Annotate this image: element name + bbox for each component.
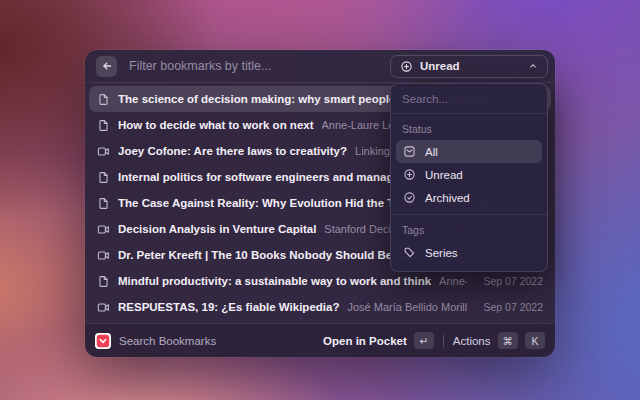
panel-search-input[interactable] bbox=[391, 84, 547, 114]
filter-option[interactable]: Archived bbox=[396, 186, 542, 209]
inbox-icon bbox=[403, 145, 416, 158]
circle-plus-icon bbox=[400, 60, 413, 73]
filter-option[interactable]: All bbox=[396, 140, 542, 163]
filter-option[interactable]: Series bbox=[396, 241, 542, 264]
extension-name: Search Bookmarks bbox=[119, 335, 216, 347]
launcher-window: Unread The science of decision making: w… bbox=[85, 50, 555, 357]
check-circle-icon bbox=[403, 191, 416, 204]
bookmark-title: How to decide what to work on next bbox=[118, 119, 314, 131]
filter-option-label: Unread bbox=[425, 169, 463, 181]
bookmark-title: Mindful productivity: a sustainable way … bbox=[118, 275, 431, 287]
bookmark-date: Sep 07 2022 bbox=[475, 275, 543, 287]
bookmark-title: Decision Analysis in Venture Capital bbox=[118, 223, 316, 235]
tag-icon bbox=[403, 246, 416, 259]
bookmark-title: Joey Cofone: Are there laws to creativit… bbox=[118, 145, 347, 157]
section-label: Status bbox=[396, 119, 542, 140]
document-icon bbox=[97, 275, 110, 288]
bookmark-title: RESPUESTAS, 19: ¿Es fiable Wikipedia? bbox=[118, 301, 339, 313]
bookmark-subtitle: José María Bellido Morillas bbox=[347, 301, 467, 313]
filter-input[interactable] bbox=[129, 59, 378, 73]
chevron-up-icon bbox=[528, 61, 538, 71]
document-icon bbox=[97, 119, 110, 132]
pocket-logo-icon bbox=[95, 333, 111, 349]
document-icon bbox=[97, 171, 110, 184]
video-icon bbox=[97, 249, 110, 262]
back-arrow-icon bbox=[101, 60, 113, 72]
video-icon bbox=[97, 301, 110, 314]
header: Unread bbox=[85, 50, 555, 83]
actions-label[interactable]: Actions bbox=[453, 335, 491, 347]
document-icon bbox=[97, 93, 110, 106]
video-icon bbox=[97, 223, 110, 236]
filter-option-label: All bbox=[425, 146, 438, 158]
back-button[interactable] bbox=[96, 56, 117, 77]
footer: Search Bookmarks Open in Pocket ↵ Action… bbox=[85, 323, 555, 357]
primary-action-label[interactable]: Open in Pocket bbox=[323, 335, 407, 347]
status-filter-panel: Status All Unread bbox=[390, 83, 548, 272]
enter-key-badge[interactable]: ↵ bbox=[414, 332, 434, 349]
filter-option-label: Archived bbox=[425, 192, 470, 204]
status-filter-dropdown[interactable]: Unread bbox=[390, 55, 548, 78]
footer-divider bbox=[443, 335, 444, 347]
filter-option[interactable]: Unread bbox=[396, 163, 542, 186]
panel-sections: Status All Unread bbox=[391, 114, 547, 266]
document-icon bbox=[97, 197, 110, 210]
k-key-badge[interactable]: K bbox=[525, 332, 545, 349]
bookmark-date: Sep 07 2022 bbox=[475, 301, 543, 313]
bookmark-subtitle: Anne-Laure Le Cunff bbox=[439, 275, 467, 287]
cmd-key-badge[interactable]: ⌘ bbox=[498, 332, 519, 349]
section-label: Tags bbox=[396, 220, 542, 241]
status-filter-value: Unread bbox=[420, 60, 460, 72]
filter-option-label: Series bbox=[425, 247, 458, 259]
circle-plus-icon bbox=[403, 168, 416, 181]
video-icon bbox=[97, 145, 110, 158]
footer-actions: Open in Pocket ↵ Actions ⌘ K bbox=[323, 332, 545, 349]
bookmark-row[interactable]: RESPUESTAS, 19: ¿Es fiable Wikipedia? Jo… bbox=[89, 294, 551, 320]
